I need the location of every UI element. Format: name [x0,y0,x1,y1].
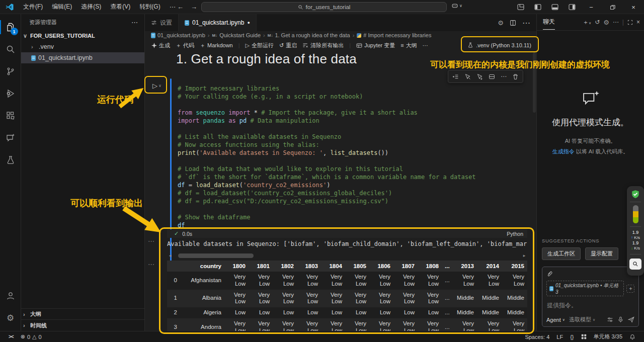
editor-vertical-scrollbar[interactable] [533,52,536,113]
run-cell-button[interactable]: ▷∨ [147,78,167,93]
cell-gutter-handle[interactable]: ⋯ [148,237,155,245]
sidebar-item-venv[interactable]: › .venv [21,41,144,52]
editor-gear-icon[interactable]: ⚙ [498,19,504,27]
indentation-indicator[interactable]: Spaces: 4 [521,334,553,340]
tab-settings[interactable]: 设置 [145,14,179,31]
model-picker[interactable]: 选取模型∨ [569,316,595,323]
timeline-section[interactable]: › 时间线 [21,320,144,331]
manage-gear-icon[interactable]: ⚙ [0,307,21,329]
chat-history-icon[interactable]: ↺ [595,19,600,26]
minimize-button[interactable]: − [581,0,602,14]
close-window-button[interactable]: × [623,0,644,14]
generate-button[interactable]: 生成 [151,42,170,49]
code-line[interactable] [178,157,475,165]
maximize-panel-icon[interactable] [627,20,633,25]
add-code-cell-button[interactable]: ＋代码 [176,42,194,49]
chat-input-placeholder[interactable]: 提供指令。 [547,301,634,310]
explorer-view-icon[interactable]: 1 [0,16,21,38]
back-arrow-icon[interactable]: ← [177,3,184,11]
add-context-button[interactable]: ＋ [626,285,634,293]
problems-indicator[interactable]: ⊗0 △0 [17,333,45,340]
tab-notebook[interactable]: 01_quickstart.ipynb ● [179,14,257,31]
code-line[interactable]: df = load_dataset('country_co2_emissions… [178,181,475,189]
code-line[interactable] [178,101,475,109]
breadcrumb-subsection[interactable]: M↓1. Get a rough idea of the data [268,32,350,38]
code-line[interactable]: # List all the available datasets in Seq… [178,133,475,141]
chat-input-box[interactable]: 01_quickstart.ipynb • 单元格 3 ＋ 提供指令。 Agen… [542,267,639,327]
code-line[interactable]: # Your calling code (e.g., in a script o… [178,93,475,101]
dirty-indicator[interactable]: ● [247,20,250,25]
toggle-panel-icon[interactable] [546,0,564,14]
language-brackets-indicator[interactable]: {} [567,334,577,340]
chat-settings-icon[interactable]: ⚙ [603,19,609,26]
output-horizontal-scrollbar[interactable]: ◂ ▸ [167,252,527,259]
restart-kernel-button[interactable]: ↺重启 [279,42,297,49]
cell-more-actions[interactable]: ⋯ [501,73,507,80]
kernel-picker[interactable]: .venv (Python 3.10.11) [467,42,531,48]
code-line[interactable]: import pandas as pd # Data manipulation [178,117,475,125]
cell-indicator[interactable]: 单元格 3/35 [590,333,626,340]
menu-item-3[interactable]: 查看(V) [106,1,135,13]
close-panel-icon[interactable]: × [636,19,640,26]
extensions-icon[interactable] [0,105,21,127]
menu-item-4[interactable]: 转到(G) [135,1,165,13]
jupyter-variables-button[interactable]: Jupyter 变量 [356,42,395,49]
chat-more-actions[interactable]: ⋯ [613,19,619,26]
source-control-icon[interactable] [0,60,21,82]
delete-cell-icon[interactable] [512,73,519,80]
send-icon[interactable] [628,316,634,323]
layout-grid-icon[interactable] [578,334,590,339]
remote-indicator[interactable]: >< [5,334,17,339]
generate-instructions-link[interactable]: 生成指令 [552,148,575,154]
scroll-right-icon[interactable]: ▸ [521,253,527,258]
chat-view-icon[interactable] [0,127,21,149]
attach-context-icon[interactable] [546,271,553,277]
toggle-sidebar-icon[interactable] [529,0,546,14]
run-all-button[interactable]: ▷全部运行 [246,42,274,49]
scroll-left-icon[interactable]: ◂ [167,253,173,258]
voice-input-icon[interactable] [617,316,624,323]
code-line[interactable]: # df = load_dataset('country_co2_emissio… [178,189,475,197]
debug-cell-icon[interactable] [464,73,471,80]
run-below-icon[interactable] [476,73,483,80]
copilot-menu-button[interactable]: ∨ [451,3,462,9]
generate-workspace-button[interactable]: 生成工作区 [542,247,581,260]
toggle-secondary-sidebar-icon[interactable] [564,0,581,14]
menu-item-1[interactable]: 编辑(E) [47,1,76,13]
widget-search-button[interactable] [629,259,641,270]
outline-button[interactable]: ≡大纲 [400,42,417,49]
scrollbar-track[interactable] [173,253,521,258]
scrollbar-thumb[interactable] [178,253,254,258]
execute-above-icon[interactable] [452,73,459,80]
eol-indicator[interactable]: LF [553,334,567,340]
workspace-folder-row[interactable]: ∨ FOR_USERS_TUTORIAL [21,30,144,41]
new-chat-button[interactable]: ＋∨ [583,18,591,27]
code-line[interactable]: # Now access functions using the alias: [178,141,475,149]
accounts-icon[interactable] [0,285,21,307]
editor-more-actions[interactable]: ⋯ [522,18,530,28]
breadcrumb-file[interactable]: 01_quickstart.ipynb [151,32,205,38]
code-line[interactable]: from sequenzo import * # Import the pack… [178,109,475,117]
chat-tab[interactable]: 聊天 [543,18,555,30]
run-debug-icon[interactable] [0,82,21,105]
code-line[interactable]: df [178,221,475,229]
agent-mode-picker[interactable]: Agent∨ [546,317,565,323]
code-line[interactable] [178,205,475,213]
breadcrumb-cell[interactable]: # Import necessary libraries [357,32,431,38]
notifications-bell-icon[interactable] [626,334,639,340]
code-line[interactable]: # Import necessary libraries [178,84,475,93]
outline-section[interactable]: › 大纲 [21,309,144,320]
code-line[interactable]: # `df` is the short for `dataframe`, whi… [178,173,475,181]
command-center[interactable]: for_users_tutorial [201,2,447,12]
forward-arrow-icon[interactable]: → [191,3,197,11]
context-chip[interactable]: 01_quickstart.ipynb • 单元格 3 [546,281,624,296]
code-line[interactable]: # df = pd.read_csv("D:/country_co2_emiss… [178,197,475,205]
system-monitor-widget[interactable]: 1.9 ↑ K/s 1.9 ↓ K/s [627,186,644,276]
restore-button[interactable] [602,0,623,14]
customize-layout-icon[interactable] [512,0,529,14]
explorer-more-actions[interactable]: ⋯ [131,19,138,26]
menu-item-2[interactable]: 选择(S) [76,1,106,13]
clear-outputs-button[interactable]: 清除所有输出 [302,42,344,49]
code-line[interactable]: # Load the data that we would like to ex… [178,165,475,173]
add-markdown-cell-button[interactable]: ＋Markdown [200,42,233,49]
